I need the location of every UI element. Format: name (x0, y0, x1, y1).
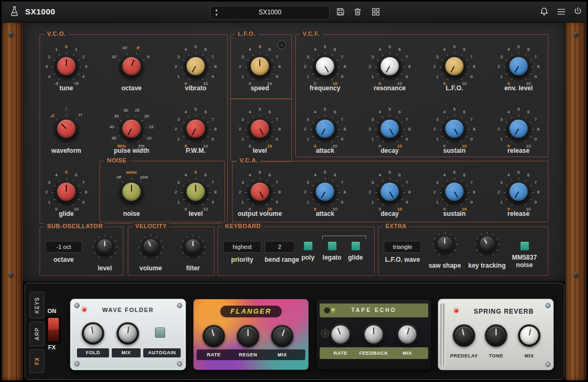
tick-mark (144, 256, 145, 258)
tick-mark (377, 136, 378, 137)
knob-cap (381, 183, 399, 201)
mix-knob[interactable] (513, 319, 545, 352)
bend-range-input[interactable]: 2 (265, 241, 295, 253)
tick-label: 5 (324, 44, 326, 49)
mm5837-noise-checkbox[interactable] (520, 241, 529, 251)
rate-knob[interactable] (324, 318, 357, 350)
tab-arp[interactable]: ARP (29, 322, 44, 346)
tick-label: 7 (406, 54, 408, 59)
knob-body (396, 323, 419, 346)
tick-label: 1 (372, 74, 374, 79)
tick-label: 7 (276, 116, 278, 121)
tone-knob[interactable] (480, 319, 512, 352)
mix-knob[interactable] (266, 320, 298, 352)
noise-type-knob[interactable]: offwhitepinknoise (105, 165, 158, 219)
priority-select[interactable]: highest (223, 241, 261, 253)
output-volume-knob[interactable]: 012345678910output volume (233, 165, 287, 219)
pwm-knob[interactable]: 012345678910P.W.M. (169, 102, 222, 155)
rate-knob[interactable] (198, 320, 230, 352)
tick-mark (338, 129, 340, 130)
knob-cap (445, 120, 463, 138)
lfo-sync-button[interactable]: ♪ (277, 41, 286, 49)
wood-panel-left (2, 22, 23, 380)
tick-mark (271, 73, 273, 74)
vcf-attack-knob[interactable]: 012345678910attack (298, 102, 352, 155)
tab-keys[interactable]: KEYS (29, 292, 44, 318)
noise-level-knob[interactable]: 012345678910level (169, 165, 222, 219)
vca-decay-knob[interactable]: 012345678910decay (363, 165, 416, 219)
knob-cap (365, 325, 383, 344)
tick-label: 8 (408, 190, 411, 194)
velocity-filter-knob[interactable]: filter (166, 220, 220, 273)
menu-hamburger-icon[interactable] (555, 6, 567, 18)
octave-knob[interactable]: 32'16'8'4'octave (105, 40, 158, 93)
key-tracking-knob[interactable]: key tracking (460, 217, 514, 270)
knob-label: noise (123, 210, 140, 217)
legato-checkbox[interactable] (328, 241, 337, 251)
tick-label: 9 (82, 199, 84, 204)
fx-power-switch[interactable] (47, 316, 60, 343)
tick-label: 3 (45, 64, 48, 69)
pulse-width-knob[interactable]: 50%45403530252015105%pulse width (105, 102, 158, 155)
autogain-button[interactable] (155, 328, 165, 338)
power-icon[interactable] (572, 6, 584, 18)
knob-cap (122, 120, 141, 138)
sub-level-knob[interactable]: level (78, 220, 131, 273)
app-title: SX1000 (25, 2, 55, 22)
tick-mark (209, 67, 211, 67)
echo-sync-button[interactable]: ♪ (321, 329, 329, 338)
tick-label: 15 (149, 124, 153, 129)
tick-mark (456, 244, 458, 245)
tab-fx[interactable]: FX (29, 349, 44, 373)
tick-label: 45 (111, 135, 116, 140)
knob-cap (57, 57, 75, 75)
vcf-release-knob[interactable]: 012345678910release (492, 102, 545, 155)
tick-label: 1 (307, 199, 309, 204)
fold-knob[interactable] (77, 317, 109, 349)
sub-octave-select[interactable]: -1 oct (45, 241, 82, 253)
tick-mark (181, 192, 183, 193)
tick-mark (247, 73, 249, 74)
glide-knob[interactable]: 012345678910glide (40, 165, 93, 219)
vcf-sustain-knob[interactable]: 012345678910sustain (428, 102, 481, 155)
poly-checkbox[interactable] (304, 241, 313, 251)
osc-level-knob[interactable]: 012345678910level (233, 102, 287, 155)
feedback-knob[interactable] (358, 318, 390, 350)
tick-label: 7 (276, 54, 278, 59)
knob-label: resonance (374, 84, 406, 92)
tick-label: 7 (470, 180, 473, 184)
predelay-knob[interactable] (448, 319, 480, 352)
vcf-lfo-knob[interactable]: 012345678910L.F.O. (428, 40, 481, 93)
vcf-env-level-knob[interactable]: 012345678910env. level (492, 40, 545, 93)
tick-mark (59, 204, 60, 205)
vca-sustain-knob[interactable]: 012345678910sustain (428, 165, 481, 219)
vcf-decay-knob[interactable]: 012345678910decay (363, 102, 416, 155)
glide-checkbox[interactable] (351, 241, 360, 251)
regen-knob[interactable] (232, 320, 264, 352)
vca-attack-knob[interactable]: 012345678910attack (298, 165, 352, 219)
lfo-wave-select[interactable]: triangle (384, 241, 421, 253)
tune-knob[interactable]: -5432101234+5tune (40, 40, 93, 93)
vibrato-knob[interactable]: 012345678910vibrato (169, 40, 222, 93)
tick-label: 7 (82, 180, 84, 184)
preset-field[interactable]: ▲▼ SX1000 (210, 6, 330, 20)
preset-browser-icon[interactable] (370, 6, 381, 17)
knob-cap (509, 57, 528, 75)
delete-preset-icon[interactable] (352, 6, 363, 17)
knob-label: saw shape (429, 262, 461, 269)
notifications-bell-icon[interactable] (538, 6, 550, 18)
waveform-knob[interactable]: ◿⎍⊓waveform (40, 102, 93, 155)
mix-knob[interactable] (112, 317, 144, 349)
save-preset-icon[interactable] (335, 6, 346, 17)
vcf-frequency-knob[interactable]: 012345678910frequency (298, 40, 352, 93)
tick-mark (207, 136, 208, 137)
tick-mark (188, 141, 189, 142)
vca-release-knob[interactable]: 012345678910release (492, 165, 545, 219)
tick-label: 40 (110, 124, 114, 129)
vcf-resonance-knob[interactable]: 012345678910resonance (363, 40, 416, 93)
mix-knob[interactable] (391, 318, 423, 350)
knob-cap (144, 239, 158, 253)
tick-mark (198, 256, 199, 258)
tick-label: 25 (135, 107, 140, 112)
tick-mark (138, 247, 140, 247)
